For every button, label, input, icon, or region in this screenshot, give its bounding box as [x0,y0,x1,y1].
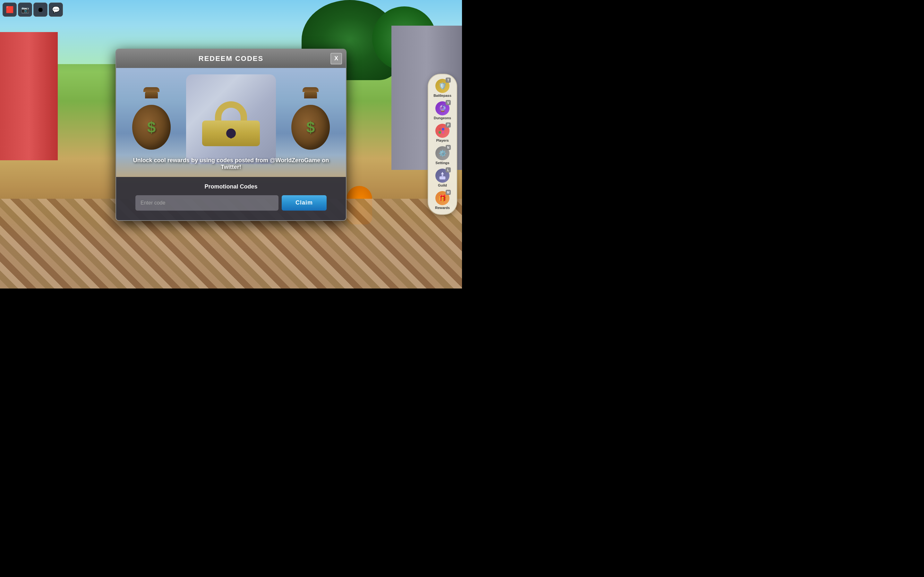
gold-lock [189,101,273,146]
code-input-row: Claim [136,195,326,211]
dollar-sign-right: $ [306,118,315,136]
guild-label: Guild [438,183,447,187]
bag-body-right: $ [291,105,330,150]
sidebar-item-settings[interactable]: ⚙️ N Settings [431,145,454,166]
bag-top-left [144,87,160,92]
claim-button[interactable]: Claim [282,195,326,211]
promo-description: Unlock cool rewards by using codes poste… [116,157,346,171]
dot-3 [439,131,441,134]
players-hotkey: P [446,122,451,127]
sidebar-item-players[interactable]: P Players [431,122,454,143]
sidebar-item-dungeons[interactable]: 🔮 V Dungeons [431,100,454,121]
rewards-icon: 🎁 M [435,191,449,205]
modal-overlay: REDEEM CODES X [0,0,462,288]
vault-shape [186,74,276,164]
modal-bottom: Promotional Codes Claim [116,177,346,220]
bag-body-left: $ [132,105,171,150]
svg-marker-2 [441,172,444,174]
settings-icon: ⚙️ N [435,146,449,160]
guild-svg [438,171,447,180]
guild-icon: L [435,169,449,183]
sidebar-container: 🛡️ T Battlepass 🔮 V Dungeons P [428,74,457,215]
bag-top-right [302,87,318,92]
money-bag-right: $ [288,87,333,145]
modal-image-area: $ $ Unlock cool rewards by using codes p… [116,68,346,177]
sidebar-item-battlepass[interactable]: 🛡️ T Battlepass [431,77,454,99]
sidebar: 🛡️ T Battlepass 🔮 V Dungeons P [428,74,457,215]
money-bag-left: $ [129,87,174,145]
redeem-codes-modal: REDEEM CODES X [115,49,347,221]
promotional-codes-label: Promotional Codes [136,183,326,190]
battlepass-label: Battlepass [433,93,451,97]
dot-1 [439,128,441,131]
sidebar-item-rewards[interactable]: 🎁 M Rewards [431,190,454,211]
dungeons-icon: 🔮 V [435,101,449,115]
settings-hotkey: N [446,145,451,150]
dot-4 [442,131,444,134]
settings-label: Settings [435,161,449,165]
dungeons-label: Dungeons [434,116,451,120]
bag-neck-left [145,92,158,98]
battlepass-hotkey: T [446,77,451,83]
dungeons-hotkey: V [446,100,451,105]
modal-title: REDEEM CODES [199,55,263,63]
rewards-label: Rewards [435,206,450,210]
bag-neck-right [304,92,317,98]
rewards-hotkey: M [446,190,451,195]
sidebar-item-guild[interactable]: L Guild [431,167,454,189]
players-icon: P [435,124,449,138]
guild-hotkey: L [446,167,451,172]
lock-hole [226,129,236,138]
vault-background [186,74,276,164]
dollar-sign-left: $ [147,118,156,136]
close-button[interactable]: X [330,53,342,64]
players-dots [439,128,446,134]
lock-body [202,121,260,146]
code-input[interactable] [136,195,278,211]
players-label: Players [436,139,449,142]
battlepass-icon: 🛡️ T [435,79,449,93]
modal-header: REDEEM CODES X [116,49,346,68]
dot-2 [442,128,444,131]
